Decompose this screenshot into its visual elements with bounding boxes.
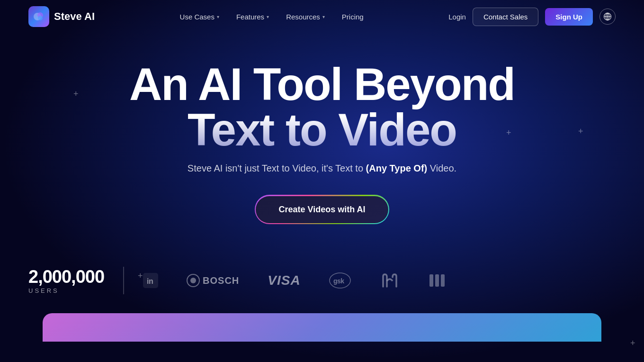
language-selector[interactable]	[599, 9, 616, 25]
users-stat: 2,000,000 USERS	[28, 267, 124, 294]
hero-section: An AI Tool Beyond Text to Video Steve AI…	[0, 33, 644, 267]
nav-right: Login Contact Sales Sign Up	[448, 8, 616, 26]
logo-icon	[28, 6, 49, 27]
svg-text:in: in	[147, 277, 153, 285]
nav-center: Use Cases ▾ Features ▾ Resources ▾ Prici…	[180, 13, 364, 21]
brand-bosch: BOSCH	[187, 274, 239, 287]
hero-title: An AI Tool Beyond Text to Video	[9, 62, 635, 153]
nav-features[interactable]: Features ▾	[236, 13, 269, 21]
svg-rect-14	[435, 274, 439, 287]
cta-button-wrapper: Create Videos with AI	[255, 195, 389, 224]
logo-text: Steve AI	[54, 10, 95, 23]
svg-point-10	[190, 278, 196, 283]
create-videos-button[interactable]: Create Videos with AI	[256, 196, 388, 223]
hero-subtitle: Steve AI isn't just Text to Video, it's …	[9, 163, 635, 174]
chevron-down-icon: ▾	[322, 14, 325, 19]
brand-linkedin: in	[143, 273, 158, 288]
nav-resources[interactable]: Resources ▾	[286, 13, 325, 21]
nav-use-cases[interactable]: Use Cases ▾	[180, 13, 219, 21]
chevron-down-icon: ▾	[217, 14, 219, 19]
chevron-down-icon: ▾	[267, 14, 269, 19]
login-button[interactable]: Login	[448, 13, 466, 21]
contact-sales-button[interactable]: Contact Sales	[473, 8, 538, 26]
nav-pricing[interactable]: Pricing	[342, 13, 364, 21]
svg-point-2	[38, 16, 43, 20]
navbar: Steve AI Use Cases ▾ Features ▾ Resource…	[0, 0, 644, 33]
brand-mcdonalds	[379, 272, 400, 289]
stats-bar: 2,000,000 USERS in BOSCH VISA	[0, 267, 644, 294]
brand-other	[429, 272, 446, 289]
users-label: USERS	[28, 287, 59, 294]
svg-rect-13	[429, 274, 433, 287]
svg-rect-15	[441, 274, 445, 287]
brand-visa: VISA	[268, 273, 300, 288]
brand-gsk: gsk	[329, 272, 351, 289]
sign-up-button[interactable]: Sign Up	[545, 8, 593, 26]
bottom-preview-card	[43, 313, 601, 342]
logo-link[interactable]: Steve AI	[28, 6, 95, 27]
users-count: 2,000,000	[28, 267, 104, 287]
brands-row: in BOSCH VISA gsk	[124, 272, 616, 289]
svg-text:gsk: gsk	[333, 277, 344, 285]
